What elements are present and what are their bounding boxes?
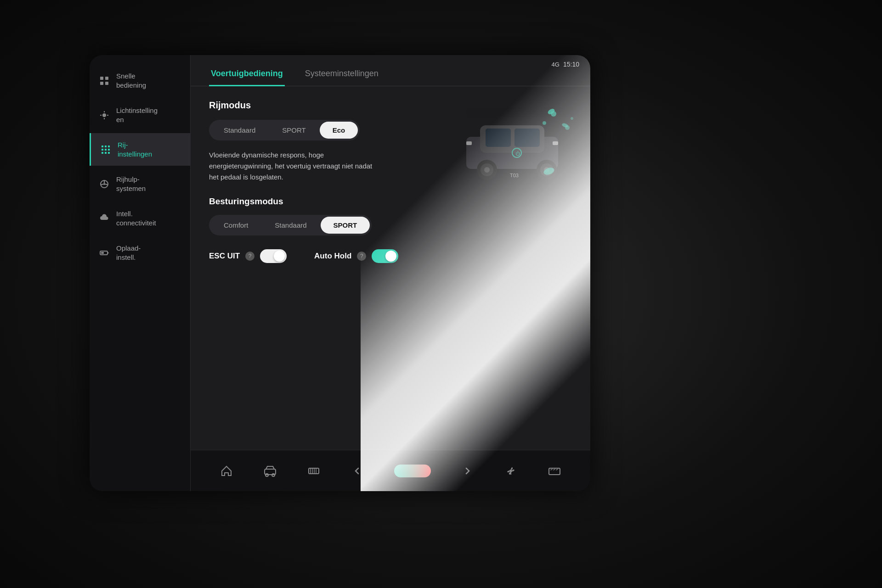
svg-point-4 <box>102 113 106 117</box>
car-visual: ⏻ T03 <box>452 100 581 192</box>
toolbar-temp-left[interactable] <box>350 464 365 478</box>
esc-label: ESC UIT <box>209 252 240 261</box>
svg-point-19 <box>103 183 105 185</box>
mode-btn-sport[interactable]: SPORT <box>269 122 318 139</box>
screen-content: 4G 15:10 Snellebediening <box>90 55 590 491</box>
dash-icon <box>99 75 110 86</box>
tab-bar: Voertuigbediening Systeeminstellingen <box>191 55 590 86</box>
sidebar-item-intell[interactable]: Intell.connectiviteit <box>90 202 190 235</box>
svg-rect-2 <box>100 82 103 85</box>
sidebar-item-rij[interactable]: Rij-instellingen <box>90 133 190 166</box>
steer-btn-comfort[interactable]: Comfort <box>211 217 261 234</box>
sidebar-label-snelle: Snellebediening <box>116 72 146 90</box>
svg-rect-9 <box>102 146 103 147</box>
rear-heat-icon <box>547 464 562 478</box>
time-display: 15:10 <box>563 61 579 68</box>
car-icon <box>263 464 277 478</box>
esc-help-icon[interactable]: ? <box>245 252 254 261</box>
battery-icon <box>99 247 110 258</box>
toolbar-home[interactable] <box>219 464 234 478</box>
signal-indicator: 4G <box>552 61 560 68</box>
sidebar-label-rijhulp: Rijhulp-systemen <box>116 175 146 193</box>
tab-voertuig[interactable]: Voertuigbediening <box>209 64 285 86</box>
sidebar-label-licht: Lichtinstellingen <box>116 106 158 124</box>
esc-toggle-knob <box>274 251 285 262</box>
esc-toggle[interactable] <box>260 249 287 263</box>
svg-rect-35 <box>514 129 540 147</box>
svg-rect-0 <box>100 77 103 80</box>
main-content: ⏻ T03 Rijmodus Standaard SPORT Eco <box>191 86 590 450</box>
svg-rect-3 <box>105 82 108 85</box>
sidebar-label-intell: Intell.connectiviteit <box>116 209 156 227</box>
svg-rect-43 <box>553 141 558 145</box>
fan-icon <box>503 464 518 478</box>
arrow-right-icon <box>460 464 475 478</box>
autohold-toggle[interactable] <box>372 249 398 263</box>
autohold-toggle-knob <box>385 251 396 262</box>
tab-systeem[interactable]: Systeeminstellingen <box>303 64 380 86</box>
esc-control: ESC UIT ? <box>209 249 287 263</box>
rijmodus-description: Vloeiende dynamische respons, hoge energ… <box>209 150 384 183</box>
light-icon <box>99 110 110 121</box>
svg-point-29 <box>571 117 573 120</box>
arrow-left-icon <box>350 464 365 478</box>
svg-text:T03: T03 <box>510 173 519 178</box>
svg-point-38 <box>484 167 490 173</box>
sidebar-item-snelle[interactable]: Snellebediening <box>90 64 190 97</box>
sidebar-item-oplaad[interactable]: Oplaad-instell. <box>90 236 190 269</box>
sidebar-label-rij: Rij-instellingen <box>118 140 152 158</box>
steering-icon <box>99 179 110 190</box>
autohold-label: Auto Hold <box>314 252 351 261</box>
svg-rect-15 <box>102 152 103 154</box>
temperature-bar <box>394 465 431 477</box>
svg-text:⏻: ⏻ <box>515 151 520 156</box>
autohold-control: Auto Hold ? <box>314 249 398 263</box>
content-area: Voertuigbediening Systeeminstellingen <box>191 55 590 491</box>
toolbar-fan[interactable] <box>503 464 518 478</box>
svg-rect-1 <box>105 77 108 80</box>
sidebar-item-licht[interactable]: Lichtinstellingen <box>90 99 190 131</box>
svg-rect-12 <box>102 149 103 151</box>
toolbar-climate[interactable] <box>306 464 321 478</box>
svg-rect-14 <box>108 149 110 151</box>
grid-icon <box>100 144 111 155</box>
steer-btn-sport[interactable]: SPORT <box>321 217 370 234</box>
controls-row: ESC UIT ? Auto Hold ? <box>209 249 572 263</box>
bottom-toolbar <box>191 450 590 491</box>
svg-point-56 <box>509 470 512 472</box>
toolbar-temp-bar <box>394 465 431 477</box>
rijmodus-selector: Standaard SPORT Eco <box>209 120 360 140</box>
svg-rect-42 <box>466 141 472 145</box>
svg-rect-34 <box>486 129 511 147</box>
steer-btn-standaard[interactable]: Standaard <box>262 217 319 234</box>
cloud-icon <box>99 213 110 224</box>
screen-bezel: 4G 15:10 Snellebediening <box>90 55 590 491</box>
sidebar-label-oplaad: Oplaad-instell. <box>116 244 141 262</box>
svg-rect-13 <box>105 149 107 151</box>
svg-rect-17 <box>108 152 110 154</box>
svg-rect-25 <box>101 252 104 254</box>
mode-btn-eco[interactable]: Eco <box>320 122 358 139</box>
sidebar-item-rijhulp[interactable]: Rijhulp-systemen <box>90 168 190 200</box>
home-icon <box>219 464 234 478</box>
svg-rect-10 <box>105 146 107 147</box>
svg-rect-11 <box>108 146 110 147</box>
svg-rect-24 <box>107 252 109 253</box>
mode-btn-standaard[interactable]: Standaard <box>211 122 268 139</box>
climate-icon <box>306 464 321 478</box>
toolbar-car[interactable] <box>263 464 277 478</box>
svg-rect-16 <box>105 152 107 154</box>
svg-point-28 <box>543 121 546 125</box>
main-layout: Snellebediening Lichtinstellingen <box>90 55 590 491</box>
toolbar-rear-heat[interactable] <box>547 464 562 478</box>
status-bar: 4G 15:10 <box>552 61 579 68</box>
autohold-help-icon[interactable]: ? <box>357 252 366 261</box>
toolbar-temp-right[interactable] <box>460 464 475 478</box>
besturingsmodus-selector: Comfort Standaard SPORT <box>209 215 372 235</box>
sidebar: Snellebediening Lichtinstellingen <box>90 55 191 491</box>
besturingsmodus-title: Besturingsmodus <box>209 196 572 207</box>
